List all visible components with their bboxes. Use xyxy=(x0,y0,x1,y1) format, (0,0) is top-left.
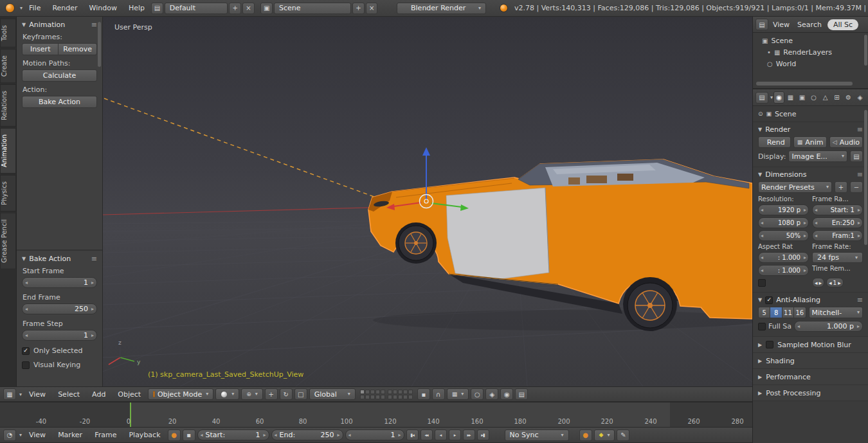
outliner-menu-search[interactable]: Search xyxy=(794,21,825,29)
outliner-vertical-scrollbar[interactable] xyxy=(864,35,867,66)
aa-samples-5[interactable]: 5 xyxy=(758,307,770,318)
panel-menu-icon[interactable]: ≡ xyxy=(91,21,97,29)
lock-icon[interactable]: ▪ xyxy=(183,429,195,441)
next-keyframe-button[interactable]: ▸▸ xyxy=(463,429,475,440)
animation-panel-header[interactable]: ▼ Animation ≡ xyxy=(22,21,97,29)
snap-element-selector[interactable]: ▦ ▾ xyxy=(447,388,469,400)
snap-magnet-icon[interactable]: ∩ xyxy=(432,388,445,400)
aa-samples-16[interactable]: 16 xyxy=(794,307,806,318)
viewport-canvas[interactable]: y z xyxy=(103,17,752,386)
pin-icon[interactable]: ⊙ xyxy=(758,111,763,117)
previous-keyframe-button[interactable]: ◂◂ xyxy=(420,429,433,440)
display-options-icon[interactable]: ▤ xyxy=(850,150,863,162)
aa-filter-size-field[interactable]: ◂ 1.000 p ▸ xyxy=(794,321,863,332)
render-still-button[interactable]: Rend xyxy=(758,136,791,148)
timeline-menu-playback[interactable]: Playback xyxy=(123,431,165,439)
layers-widget[interactable] xyxy=(360,390,413,399)
editor-type-properties-icon[interactable]: ▤ xyxy=(755,92,768,104)
jump-to-end-button[interactable]: ▸▮ xyxy=(477,429,489,440)
render-presets-selector[interactable]: Render Presets ▾ xyxy=(758,181,832,193)
increment-arrow-icon[interactable]: ▸ xyxy=(338,433,340,438)
aa-filter-selector[interactable]: Mitchell- ▾ xyxy=(809,307,863,318)
current-frame-field[interactable]: ◂ 1 ▸ xyxy=(345,429,404,440)
play-button[interactable]: ▸ xyxy=(449,429,461,440)
editor-type-timeline-icon[interactable]: ◔ xyxy=(3,429,16,441)
manipulator-translate-toggle[interactable]: + xyxy=(265,388,278,400)
add-scene-button[interactable]: + xyxy=(352,3,365,14)
resolution-y-field[interactable]: ◂ 1080 p ▸ xyxy=(758,217,809,228)
outliner-horizontal-scrollbar[interactable] xyxy=(756,82,853,86)
tab-create[interactable]: Create xyxy=(0,49,16,83)
tab-render-layers[interactable]: ▦ xyxy=(785,91,796,104)
increment-arrow-icon[interactable]: ▸ xyxy=(91,280,94,285)
remove-preset-button[interactable]: − xyxy=(850,181,863,193)
panel-menu-icon[interactable]: ≡ xyxy=(857,170,863,179)
resolution-x-field[interactable]: ◂ 1920 p ▸ xyxy=(758,204,809,215)
frame-start-field[interactable]: ◂ Start: 1 ▸ xyxy=(812,204,863,215)
tool-shelf-scrollbar[interactable] xyxy=(98,22,101,67)
only-selected-checkbox[interactable]: ✓ xyxy=(22,347,30,355)
manipulate-center-points-icon[interactable]: ◈ xyxy=(485,388,498,400)
outliner-filter-selector[interactable]: All Sc xyxy=(827,19,858,30)
tab-relations[interactable]: Relations xyxy=(0,84,16,127)
render-animation-button[interactable]: ▦ Anim xyxy=(793,136,826,148)
frame-step-slider[interactable]: ◂ 1 ▸ xyxy=(22,330,97,341)
viewport-menu-add[interactable]: Add xyxy=(87,390,111,399)
render-panel-header[interactable]: ▼ Render ≡ xyxy=(758,125,863,134)
properties-vertical-scrollbar[interactable] xyxy=(864,110,867,245)
tab-animation[interactable]: Animation xyxy=(0,128,16,174)
manipulator-rotate-toggle[interactable]: ↻ xyxy=(280,388,293,400)
shading-panel-header[interactable]: ▶ Shading xyxy=(753,353,868,369)
transform-orientation-selector[interactable]: Global ▾ xyxy=(309,388,356,400)
tab-world[interactable]: ○ xyxy=(808,91,819,104)
time-remap-new-stepper[interactable]: ◂ 1 ▸ xyxy=(826,278,844,287)
increment-arrow-icon[interactable]: ▸ xyxy=(91,333,94,338)
editor-type-dropdown-icon[interactable]: ▾ xyxy=(20,5,23,11)
tab-object[interactable]: △ xyxy=(820,91,831,104)
dimensions-panel-header[interactable]: ▼ Dimensions ≡ xyxy=(758,170,863,179)
scene-icon[interactable]: ▣ xyxy=(260,3,273,14)
outliner-item-renderlayers[interactable]: • ▦ RenderLayers xyxy=(757,46,864,58)
render-audio-button[interactable]: ◁ Audio xyxy=(829,136,863,148)
tab-material[interactable]: ◈ xyxy=(854,91,865,104)
aa-samples-11[interactable]: 11 xyxy=(782,307,794,318)
increment-arrow-icon[interactable]: ▸ xyxy=(399,433,401,438)
frame-step-field[interactable]: ◂ Fram:1 ▸ xyxy=(812,230,863,241)
frame-end-field[interactable]: ◂ En:250 ▸ xyxy=(812,217,863,228)
start-frame-slider[interactable]: ◂ 1 ▸ xyxy=(22,277,97,288)
display-mode-selector[interactable]: Image E... ▾ xyxy=(788,150,847,162)
jump-to-start-button[interactable]: ▮◂ xyxy=(406,429,419,440)
timeline-menu-frame[interactable]: Frame xyxy=(89,431,122,439)
aa-samples-8[interactable]: 8 xyxy=(770,307,782,318)
remove-keyframe-button[interactable]: Remove xyxy=(59,43,97,55)
viewport-3d[interactable]: y z User Persp (1) skp_camera_Last_Saved… xyxy=(103,17,752,386)
add-screen-layout-button[interactable]: + xyxy=(229,3,241,14)
timeline-menu-view[interactable]: View xyxy=(24,431,51,439)
screen-layout-icon[interactable]: ▤ xyxy=(151,3,163,14)
play-reverse-button[interactable]: ◂ xyxy=(435,429,447,440)
time-remap-old-stepper[interactable]: ◂ ▸ xyxy=(812,278,824,287)
frame-end-slider[interactable]: ◂ End: 250 ▸ xyxy=(271,429,343,440)
viewport-menu-view[interactable]: View xyxy=(24,390,51,399)
delete-scene-button[interactable]: × xyxy=(366,3,378,14)
frame-rate-selector[interactable]: 24 fps ▾ xyxy=(812,252,863,263)
panel-menu-icon[interactable]: ≡ xyxy=(91,255,97,263)
timeline-menu-marker[interactable]: Marker xyxy=(53,431,87,439)
outliner-item-world[interactable]: ○ World xyxy=(757,58,864,69)
record-icon[interactable]: ● xyxy=(168,429,181,441)
antialiasing-checkbox[interactable]: ✓ xyxy=(765,296,773,304)
increment-arrow-icon[interactable]: ▸ xyxy=(91,307,94,312)
proportional-edit-icon[interactable]: ○ xyxy=(471,388,484,400)
antialiasing-panel-header[interactable]: ▼ ✓ Anti-Aliasing ≡ xyxy=(758,296,863,304)
insert-keyframe-icon-button[interactable]: ✎ xyxy=(617,429,629,441)
tab-constraints[interactable]: ⊞ xyxy=(831,91,842,104)
increment-arrow-icon[interactable]: ▸ xyxy=(264,433,266,438)
scene-selector[interactable]: Scene xyxy=(274,3,351,14)
tab-tools[interactable]: Tools xyxy=(0,19,16,48)
panel-menu-icon[interactable]: ≡ xyxy=(857,125,863,134)
bake-action-panel-header[interactable]: ▼ Bake Action ≡ xyxy=(22,255,97,263)
calculate-motion-paths-button[interactable]: Calculate xyxy=(22,69,97,82)
border-checkbox[interactable] xyxy=(758,279,766,287)
pivot-point-selector[interactable]: ⊕ ▾ xyxy=(241,388,263,400)
panel-menu-icon[interactable]: ≡ xyxy=(857,296,863,304)
